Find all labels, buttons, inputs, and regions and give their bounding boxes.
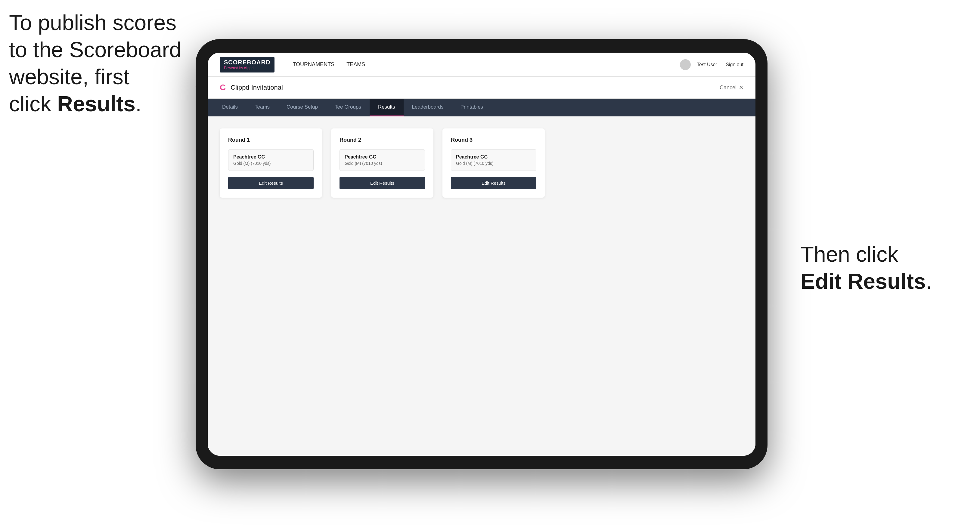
tab-course-setup[interactable]: Course Setup <box>278 98 326 116</box>
tab-tee-groups[interactable]: Tee Groups <box>326 98 370 116</box>
round-card-3: Round 3 Peachtree GC Gold (M) (7010 yds)… <box>442 129 545 198</box>
tablet-screen: SCOREBOARD Powered by clippd TOURNAMENTS… <box>208 52 756 456</box>
round-2-title: Round 2 <box>339 137 425 143</box>
round-card-1: Round 1 Peachtree GC Gold (M) (7010 yds)… <box>220 129 322 198</box>
close-icon: ✕ <box>739 84 743 91</box>
round-3-title: Round 3 <box>451 137 536 143</box>
edit-results-button-3[interactable]: Edit Results <box>451 177 536 189</box>
tournament-header: C Clippd Invitational Cancel ✕ <box>208 77 756 98</box>
tab-leaderboards[interactable]: Leaderboards <box>404 98 452 116</box>
tournament-title-row: C Clippd Invitational <box>220 83 283 92</box>
round-3-course-card: Peachtree GC Gold (M) (7010 yds) <box>451 149 536 171</box>
tablet-frame: SCOREBOARD Powered by clippd TOURNAMENTS… <box>196 39 767 469</box>
round-card-2: Round 2 Peachtree GC Gold (M) (7010 yds)… <box>331 129 433 198</box>
tab-nav: Details Teams Course Setup Tee Groups Re… <box>208 98 756 116</box>
tab-printables[interactable]: Printables <box>452 98 492 116</box>
round-1-course-card: Peachtree GC Gold (M) (7010 yds) <box>228 149 313 171</box>
round-3-course-details: Gold (M) (7010 yds) <box>456 161 531 166</box>
sign-out-link[interactable]: Sign out <box>725 62 743 67</box>
round-2-course-details: Gold (M) (7010 yds) <box>345 161 420 166</box>
logo-text: SCOREBOARD <box>224 59 270 65</box>
round-1-title: Round 1 <box>228 137 313 143</box>
nav-right: Test User | Sign out <box>680 59 743 70</box>
edit-results-button-2[interactable]: Edit Results <box>339 177 425 189</box>
tab-results[interactable]: Results <box>370 98 404 116</box>
top-nav: SCOREBOARD Powered by clippd TOURNAMENTS… <box>208 52 756 77</box>
user-avatar <box>680 59 691 70</box>
nav-links: TOURNAMENTS TEAMS <box>293 61 680 68</box>
nav-teams[interactable]: TEAMS <box>347 61 365 68</box>
round-2-course-name: Peachtree GC <box>345 154 420 160</box>
edit-results-button-1[interactable]: Edit Results <box>228 177 313 189</box>
tournament-name: Clippd Invitational <box>231 84 283 91</box>
instruction-right: Then click Edit Results. <box>800 241 932 295</box>
tournament-area: C Clippd Invitational Cancel ✕ Details T… <box>208 77 756 456</box>
round-1-course-details: Gold (M) (7010 yds) <box>233 161 309 166</box>
round-3-course-name: Peachtree GC <box>456 154 531 160</box>
round-2-course-card: Peachtree GC Gold (M) (7010 yds) <box>339 149 425 171</box>
logo-sub: Powered by clippd <box>224 66 270 70</box>
rounds-grid: Round 1 Peachtree GC Gold (M) (7010 yds)… <box>220 129 743 198</box>
main-content: Round 1 Peachtree GC Gold (M) (7010 yds)… <box>208 116 756 456</box>
logo-area: SCOREBOARD Powered by clippd <box>220 57 275 73</box>
tournament-icon: C <box>220 83 226 92</box>
instruction-left: To publish scores to the Scoreboard webs… <box>9 9 181 117</box>
nav-tournaments[interactable]: TOURNAMENTS <box>293 61 334 68</box>
logo-box: SCOREBOARD Powered by clippd <box>220 57 275 73</box>
user-info: Test User | <box>697 62 720 67</box>
round-1-course-name: Peachtree GC <box>233 154 309 160</box>
cancel-button[interactable]: Cancel ✕ <box>720 84 743 91</box>
tab-teams[interactable]: Teams <box>246 98 278 116</box>
tab-details[interactable]: Details <box>214 98 246 116</box>
